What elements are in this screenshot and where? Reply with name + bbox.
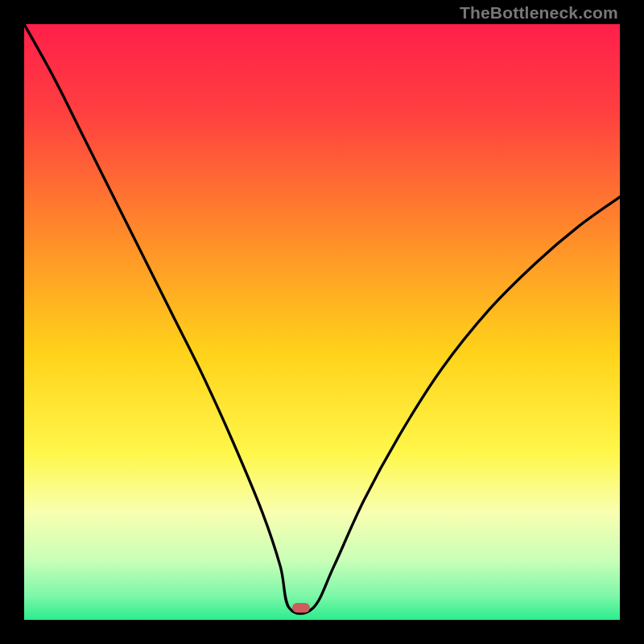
watermark-text: TheBottleneck.com	[460, 3, 618, 23]
plot-area	[24, 24, 620, 620]
optimal-point-marker	[292, 603, 310, 613]
chart-frame: TheBottleneck.com	[0, 0, 644, 644]
bottleneck-curve	[24, 24, 620, 620]
